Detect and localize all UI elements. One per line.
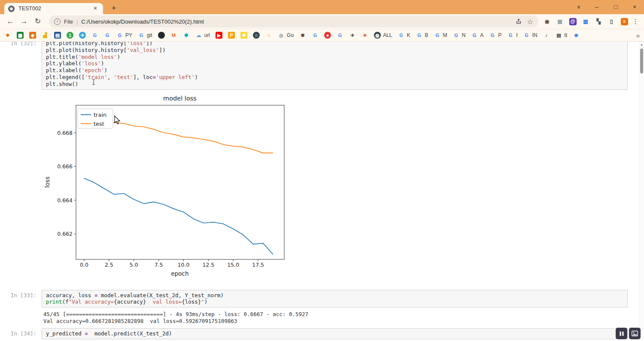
bookmark-google-n[interactable]: GN xyxy=(453,32,465,39)
address-bar[interactable]: i File | C:/Users/okokp/Downloads/TEST00… xyxy=(49,15,538,27)
bookmark-speaker[interactable]: ♪ xyxy=(543,32,550,39)
url-path: C:/Users/okokp/Downloads/TEST002%20(2).h… xyxy=(81,18,510,25)
bookmark-google-k[interactable]: GK xyxy=(398,32,410,39)
cell-prompt: In [34]: xyxy=(0,328,42,337)
minimize-button[interactable]: – xyxy=(587,0,606,14)
extension-orange-badge[interactable]: ≡ xyxy=(619,16,629,27)
pause-button[interactable] xyxy=(616,328,627,339)
page-scrollbar[interactable]: ▲ xyxy=(639,42,644,341)
bookmark-google-in[interactable]: GIN xyxy=(523,32,538,39)
paw-icon: ✾ xyxy=(299,32,306,39)
bookmarks-overflow-chevron[interactable]: » xyxy=(633,32,640,39)
bookmark-google-i[interactable]: GI xyxy=(507,32,517,39)
extension-panda[interactable]: ◉ xyxy=(542,16,552,27)
bookmarks-bar: ❖▦◆▟▤1✈GGGPYGgitM✺☁url▶P✱○○◎Go✾G●G✈✈◍ALL… xyxy=(0,29,644,42)
code-cell-32: In [32]: plt.plot(history.history['loss'… xyxy=(0,42,638,90)
share-icon[interactable] xyxy=(515,18,522,25)
image-icon xyxy=(632,331,638,336)
bookmark-google-b[interactable]: GB xyxy=(416,32,428,39)
fan-icon: ✺ xyxy=(183,32,190,39)
bookmark-sheets[interactable]: ▦ xyxy=(17,32,24,39)
scroll-up-arrow-icon[interactable]: ▲ xyxy=(639,42,644,48)
bookmark-excel[interactable]: ▤ xyxy=(54,32,61,39)
bookmark-star-icon[interactable]: ☆ xyxy=(527,18,533,26)
extension-sidepanel[interactable]: ▯ xyxy=(606,16,617,27)
bookmark-green-one[interactable]: 1 xyxy=(67,32,73,39)
screenshot-button[interactable] xyxy=(629,328,641,339)
x-tick-label: 2.5 xyxy=(105,262,113,268)
bookmark-p-badge[interactable]: P xyxy=(228,32,235,39)
bookmark-label: Go xyxy=(287,32,294,38)
bookmark-printer-tt[interactable]: ▤tt xyxy=(556,32,568,39)
bookmark-plane-red[interactable]: ✈ xyxy=(361,32,368,39)
maximize-button[interactable]: □ xyxy=(606,0,625,14)
cell-33-output: 45/45 [==============================] -… xyxy=(43,311,638,325)
bookmark-google-py[interactable]: GPY xyxy=(116,32,132,39)
bookmark-plane-dark[interactable]: ✈ xyxy=(349,32,356,39)
chart-icon: ▟ xyxy=(42,32,49,39)
url-separator: | xyxy=(76,18,78,25)
chart-title: model loss xyxy=(163,95,197,102)
bookmark-orange-ring[interactable]: ○ xyxy=(265,32,272,39)
code-line: accuracy, loss = model.evaluate(X_test_2… xyxy=(46,292,623,299)
page-info-icon[interactable]: i xyxy=(54,18,61,25)
bookmark-url[interactable]: ☁url xyxy=(195,32,210,39)
puzzle-icon: ▚ xyxy=(595,18,602,25)
reload-button[interactable]: ↻ xyxy=(32,15,44,27)
google-icon: G xyxy=(104,32,111,39)
new-tab-button[interactable]: + xyxy=(108,3,119,14)
excel-icon: ▤ xyxy=(54,32,61,39)
bookmark-github[interactable] xyxy=(158,32,165,39)
bookmark-youtube[interactable]: ▶ xyxy=(216,32,222,39)
bookmark-dark-dot[interactable]: ○ xyxy=(253,32,260,39)
tab-close-icon[interactable]: × xyxy=(91,5,99,12)
tab-search-chevron-icon[interactable]: ∨ xyxy=(570,0,587,14)
code-line: plt.ylabel('loss') xyxy=(46,60,623,67)
code-line: plt.plot(history.history['val_loss']) xyxy=(46,47,623,54)
bookmark-shapes[interactable]: ❖ xyxy=(4,32,11,39)
sheets-icon: ▦ xyxy=(17,32,24,39)
bookmark-red-circle[interactable]: ● xyxy=(324,32,331,39)
bookmark-telegram[interactable]: ✈ xyxy=(79,32,86,39)
github-icon xyxy=(158,32,165,39)
extension-at-circle[interactable]: @ xyxy=(568,16,578,27)
bookmark-google[interactable]: G xyxy=(104,32,111,39)
browser-menu-kebab-icon[interactable]: ⋮ xyxy=(631,18,640,25)
google-p-icon: G xyxy=(489,32,496,39)
bookmark-fan[interactable]: ✺ xyxy=(183,32,190,39)
bookmark-google[interactable]: G xyxy=(337,32,343,39)
forward-button[interactable]: → xyxy=(18,15,30,27)
bookmark-google-p[interactable]: GP xyxy=(489,32,501,39)
close-window-button[interactable]: × xyxy=(625,0,644,14)
bookmark-google-m[interactable]: GM xyxy=(434,32,447,39)
scrollbar-thumb[interactable] xyxy=(640,49,643,73)
bookmark-orange-box[interactable]: ◆ xyxy=(29,32,36,39)
bookmark-globe[interactable]: ⊕ xyxy=(573,32,580,39)
bookmark-label: PY xyxy=(125,32,132,38)
bookmark-go-cam[interactable]: ◎Go xyxy=(278,32,294,39)
bookmark-bee[interactable]: ✱ xyxy=(240,32,247,39)
extension-puzzle[interactable]: ▚ xyxy=(593,16,604,27)
train-line xyxy=(84,178,273,254)
browser-tab[interactable]: TEST002 × xyxy=(4,3,103,14)
extension-bar-chart[interactable]: ▥ xyxy=(580,16,591,27)
pause-icon xyxy=(619,331,624,336)
extension-gray-grid[interactable]: ▦ xyxy=(555,16,565,27)
code-line: plt.show() xyxy=(46,81,623,88)
bookmark-google-git[interactable]: Ggit xyxy=(138,32,152,39)
bookmark-paw[interactable]: ✾ xyxy=(299,32,306,39)
code-cell-34: In [34]: y_predicted = model.predict(X_t… xyxy=(0,328,638,339)
x-tick-label: 17.5 xyxy=(252,262,264,268)
y-tick-label: 0.666 xyxy=(57,163,73,170)
output-line: 45/45 [==============================] -… xyxy=(43,311,638,318)
y-tick-label: 0.664 xyxy=(57,197,73,203)
bookmark-google-a[interactable]: GA xyxy=(471,32,483,39)
bookmark-label: A xyxy=(480,32,483,38)
bookmark-google[interactable]: G xyxy=(312,32,319,39)
speaker-icon: ♪ xyxy=(543,32,550,39)
bookmark-google[interactable]: G xyxy=(91,32,98,39)
back-button[interactable]: ← xyxy=(4,15,16,27)
bookmark-all-site[interactable]: ◍ALL xyxy=(374,32,392,39)
bookmark-chart[interactable]: ▟ xyxy=(42,32,49,39)
bookmark-matlab[interactable]: M xyxy=(170,32,177,39)
